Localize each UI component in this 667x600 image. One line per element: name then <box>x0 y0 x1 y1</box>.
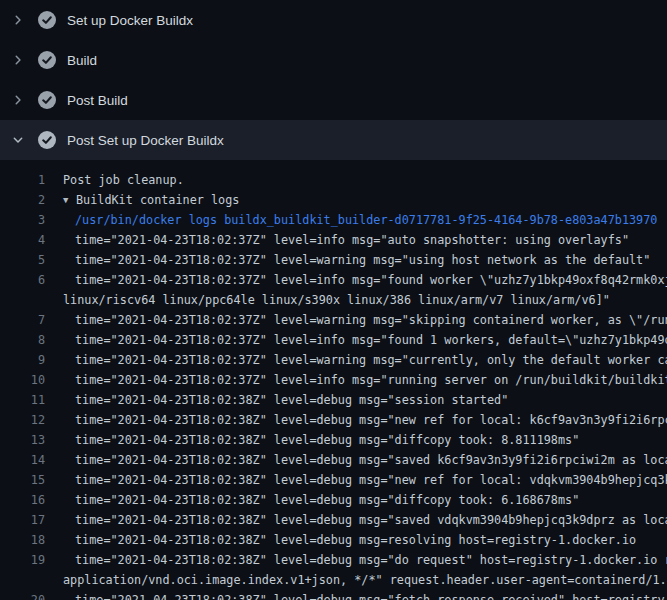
line-number[interactable]: 8 <box>0 330 45 350</box>
log-line: 19time="2021-04-23T18:02:38Z" level=debu… <box>0 550 667 570</box>
step-post-set-up-docker-buildx[interactable]: Post Set up Docker Buildx <box>0 120 667 160</box>
log-line: 2▼BuildKit container logs <box>0 190 667 210</box>
log-line: 8time="2021-04-23T18:02:37Z" level=info … <box>0 330 667 350</box>
line-number[interactable]: 10 <box>0 370 45 390</box>
line-number[interactable]: 16 <box>0 490 45 510</box>
log-text: time="2021-04-23T18:02:38Z" level=debug … <box>75 450 667 470</box>
log-text: time="2021-04-23T18:02:37Z" level=warnin… <box>75 350 667 370</box>
line-number[interactable]: 1 <box>0 170 45 190</box>
log-line: 17time="2021-04-23T18:02:38Z" level=debu… <box>0 510 667 530</box>
log-line: 10time="2021-04-23T18:02:37Z" level=info… <box>0 370 667 390</box>
line-number[interactable]: 9 <box>0 350 45 370</box>
line-number[interactable]: 19 <box>0 550 45 570</box>
log-text: application/vnd.oci.image.index.v1+json,… <box>63 570 667 590</box>
check-circle-icon <box>38 51 56 69</box>
line-number[interactable]: 18 <box>0 530 45 550</box>
log-text: time="2021-04-23T18:02:37Z" level=info m… <box>75 230 629 250</box>
log-text: time="2021-04-23T18:02:38Z" level=debug … <box>75 530 636 550</box>
log-text: time="2021-04-23T18:02:37Z" level=info m… <box>75 330 667 350</box>
log-line: 7time="2021-04-23T18:02:37Z" level=warni… <box>0 310 667 330</box>
log-line: 4time="2021-04-23T18:02:37Z" level=info … <box>0 230 667 250</box>
line-number <box>0 290 45 310</box>
line-number[interactable]: 12 <box>0 410 45 430</box>
log-line: 3/usr/bin/docker logs buildx_buildkit_bu… <box>0 210 667 230</box>
chevron-down-icon[interactable] <box>10 132 26 148</box>
log-line: 15time="2021-04-23T18:02:38Z" level=debu… <box>0 470 667 490</box>
step-label: Build <box>67 53 97 68</box>
log-command-text: /usr/bin/docker logs buildx_buildkit_bui… <box>75 210 657 230</box>
log-text: time="2021-04-23T18:02:37Z" level=warnin… <box>75 310 667 330</box>
log-text: time="2021-04-23T18:02:37Z" level=info m… <box>75 370 667 390</box>
log-text: time="2021-04-23T18:02:38Z" level=debug … <box>75 430 579 450</box>
log-text: time="2021-04-23T18:02:37Z" level=info m… <box>75 270 667 290</box>
line-number[interactable]: 11 <box>0 390 45 410</box>
log-line: 13time="2021-04-23T18:02:38Z" level=debu… <box>0 430 667 450</box>
log-text: Post job cleanup. <box>63 170 184 190</box>
line-number <box>0 570 45 590</box>
log-line: 11time="2021-04-23T18:02:38Z" level=debu… <box>0 390 667 410</box>
line-number[interactable]: 13 <box>0 430 45 450</box>
log-text: time="2021-04-23T18:02:38Z" level=debug … <box>75 550 667 570</box>
steps-list: Set up Docker Buildx Build Post Build Po… <box>0 0 667 160</box>
chevron-right-icon[interactable] <box>10 12 26 28</box>
log-text: time="2021-04-23T18:02:37Z" level=warnin… <box>75 250 650 270</box>
line-number[interactable]: 6 <box>0 270 45 290</box>
step-set-up-docker-buildx[interactable]: Set up Docker Buildx <box>0 0 667 40</box>
line-number[interactable]: 4 <box>0 230 45 250</box>
collapse-triangle-icon[interactable]: ▼ <box>63 190 76 210</box>
log-line: 5time="2021-04-23T18:02:37Z" level=warni… <box>0 250 667 270</box>
line-number[interactable]: 7 <box>0 310 45 330</box>
chevron-right-icon[interactable] <box>10 92 26 108</box>
log-text: time="2021-04-23T18:02:38Z" level=debug … <box>75 590 667 600</box>
step-label: Set up Docker Buildx <box>67 13 193 28</box>
log-line: 18time="2021-04-23T18:02:38Z" level=debu… <box>0 530 667 550</box>
log-line: 20time="2021-04-23T18:02:38Z" level=debu… <box>0 590 667 600</box>
log-line: application/vnd.oci.image.index.v1+json,… <box>0 570 667 590</box>
log-text: ▼BuildKit container logs <box>63 190 239 210</box>
log-text: time="2021-04-23T18:02:38Z" level=debug … <box>75 490 579 510</box>
line-number[interactable]: 15 <box>0 470 45 490</box>
log-line: 14time="2021-04-23T18:02:38Z" level=debu… <box>0 450 667 470</box>
step-build[interactable]: Build <box>0 40 667 80</box>
line-number[interactable]: 17 <box>0 510 45 530</box>
log-line: 1Post job cleanup. <box>0 170 667 190</box>
check-circle-icon <box>38 11 56 29</box>
log-line: 16time="2021-04-23T18:02:38Z" level=debu… <box>0 490 667 510</box>
log-line: 12time="2021-04-23T18:02:38Z" level=debu… <box>0 410 667 430</box>
line-number[interactable]: 14 <box>0 450 45 470</box>
log-text: time="2021-04-23T18:02:38Z" level=debug … <box>75 410 667 430</box>
step-label: Post Set up Docker Buildx <box>67 133 224 148</box>
line-number[interactable]: 5 <box>0 250 45 270</box>
check-circle-icon <box>38 131 56 149</box>
log-line: linux/riscv64 linux/ppc64le linux/s390x … <box>0 290 667 310</box>
log-viewer[interactable]: 1Post job cleanup.2▼BuildKit container l… <box>0 160 667 600</box>
log-line: 9time="2021-04-23T18:02:37Z" level=warni… <box>0 350 667 370</box>
chevron-right-icon[interactable] <box>10 52 26 68</box>
line-number[interactable]: 3 <box>0 210 45 230</box>
step-post-build[interactable]: Post Build <box>0 80 667 120</box>
log-text: linux/riscv64 linux/ppc64le linux/s390x … <box>63 290 610 310</box>
step-label: Post Build <box>67 93 128 108</box>
line-number[interactable]: 20 <box>0 590 45 600</box>
check-circle-icon <box>38 91 56 109</box>
log-text: time="2021-04-23T18:02:38Z" level=debug … <box>75 510 667 530</box>
log-text: time="2021-04-23T18:02:38Z" level=debug … <box>75 470 667 490</box>
line-number[interactable]: 2 <box>0 190 45 210</box>
log-line: 6time="2021-04-23T18:02:37Z" level=info … <box>0 270 667 290</box>
log-text: time="2021-04-23T18:02:38Z" level=debug … <box>75 390 508 410</box>
